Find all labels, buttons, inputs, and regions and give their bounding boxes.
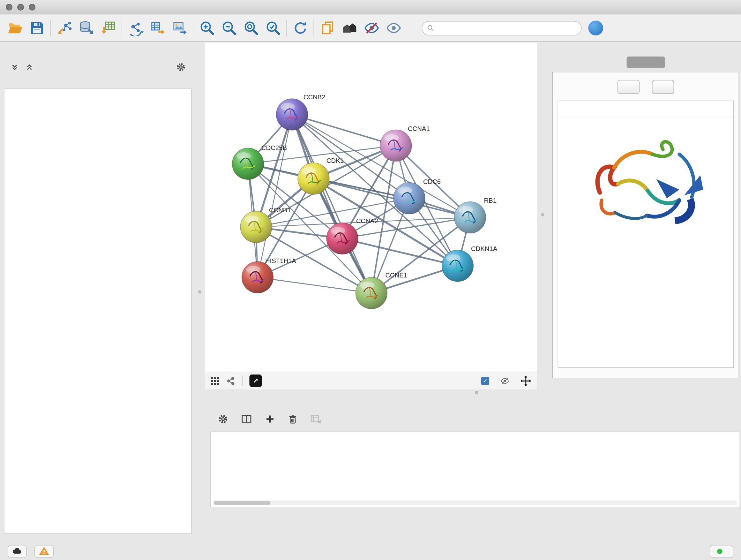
edge-CCNB2-CCNA1[interactable] [292, 115, 396, 146]
network-overview-icon[interactable] [226, 376, 236, 385]
zoom-in-icon [199, 20, 215, 36]
node-CCNB1[interactable]: CCNB1 [240, 206, 291, 243]
table-delete-icon [310, 413, 322, 425]
export-network-button[interactable] [146, 17, 169, 39]
grid-view-icon[interactable] [211, 376, 220, 385]
hide-selected-button[interactable] [360, 17, 383, 39]
export-image-icon [172, 20, 188, 36]
memory-status-dot [717, 549, 723, 554]
selected-checkbox-icon[interactable]: ✓ [481, 377, 489, 385]
node-label-CCNE1: CCNE1 [386, 272, 408, 279]
show-columns-button[interactable] [241, 414, 253, 425]
splitter-handle[interactable] [198, 290, 202, 294]
detach-view-button[interactable] [250, 374, 262, 387]
node-CCNB2[interactable]: CCNB2 [276, 94, 326, 131]
zoom-fit-button[interactable] [240, 17, 262, 39]
edge-CCNB2-CCNE1[interactable] [292, 115, 372, 294]
gene-card-header[interactable] [558, 101, 733, 118]
zoom-in-button[interactable] [196, 17, 218, 39]
node-RB1[interactable]: RB1 [455, 197, 496, 233]
save-session-button[interactable] [26, 17, 48, 39]
eye-slash-icon [363, 20, 380, 36]
expand-all-button[interactable] [617, 80, 639, 94]
import-network-file-button[interactable] [53, 17, 75, 39]
save-icon [29, 20, 45, 36]
apply-layout-button[interactable] [289, 17, 311, 39]
gear-icon [218, 414, 228, 424]
application-window: CCNB2CCNA1CDC25BCDK1CDC6RB1CCNB1CCNA2CDK… [0, 0, 741, 560]
network-view: CCNB2CCNA1CDC25BCDK1CDC6RB1CCNB1CCNA2CDK… [205, 43, 537, 389]
zoom-out-button[interactable] [218, 17, 240, 39]
footer-separator [242, 375, 243, 386]
toolbar-separator [286, 20, 287, 36]
show-all-button[interactable] [383, 17, 405, 39]
expand-all-icon[interactable] [25, 63, 34, 71]
import-network-icon [56, 20, 72, 36]
network-view-toolbar: ✓ [205, 372, 537, 389]
warnings-button[interactable] [35, 545, 54, 558]
node-label-CDKN1A: CDKN1A [471, 245, 497, 252]
search-input[interactable] [437, 24, 577, 32]
import-database-icon [78, 20, 94, 36]
export-network-icon [150, 20, 165, 36]
node-label-CCNB1: CCNB1 [269, 206, 291, 213]
documents-icon [320, 20, 335, 36]
zoom-window-button[interactable] [29, 3, 36, 10]
toolbar-separator [314, 20, 314, 36]
import-table-icon [100, 20, 116, 36]
import-table-button[interactable] [97, 17, 119, 39]
gene-card [558, 101, 734, 368]
import-network-database-button[interactable] [75, 17, 97, 39]
copy-document-button[interactable] [317, 17, 339, 39]
clone-network-button[interactable] [125, 17, 146, 39]
delete-table-button[interactable] [310, 413, 322, 425]
zoom-fit-icon [243, 20, 259, 36]
edge-HIST1H1A-CCNE1[interactable] [258, 277, 372, 294]
node-CDC25B[interactable]: CDC25B [232, 144, 287, 180]
status-bar [0, 543, 741, 560]
network-tree [4, 89, 192, 534]
home-view-button[interactable] [339, 17, 360, 39]
network-options-button[interactable] [176, 62, 186, 72]
minimize-window-button[interactable] [17, 3, 24, 10]
table-toolbar [218, 411, 741, 428]
pan-crosshair-icon[interactable] [521, 375, 532, 386]
node-CCNA1[interactable]: CCNA1 [380, 125, 430, 162]
titlebar [0, 0, 741, 14]
zoom-selected-button[interactable] [262, 17, 284, 39]
export-image-button[interactable] [169, 17, 191, 39]
node-CDK1[interactable]: CDK1 [298, 157, 344, 194]
node-label-CDC25B: CDC25B [261, 144, 287, 151]
horizontal-scrollbar[interactable] [213, 501, 738, 505]
hidden-eye-icon[interactable] [500, 376, 510, 385]
toolbar-separator [122, 20, 122, 36]
zoom-out-icon [221, 20, 237, 36]
string-results-box [552, 72, 739, 378]
collapse-all-button[interactable] [652, 80, 674, 94]
cloud-status-button[interactable] [8, 545, 27, 558]
zoom-selected-icon [265, 20, 281, 36]
create-column-button[interactable] [265, 414, 275, 424]
splitter-handle[interactable] [541, 213, 544, 217]
warning-icon [39, 546, 50, 557]
network-canvas[interactable]: CCNB2CCNA1CDC25BCDK1CDC6RB1CCNB1CCNA2CDK… [205, 43, 537, 372]
open-session-button[interactable] [4, 17, 26, 39]
collapse-all-icon[interactable] [10, 63, 19, 71]
table-settings-button[interactable] [218, 414, 228, 424]
help-button[interactable] [589, 21, 603, 36]
delete-column-button[interactable] [288, 414, 298, 424]
node-HIST1H1A[interactable]: HIST1H1A [242, 257, 296, 294]
memory-button[interactable] [710, 545, 734, 558]
splitter-handle[interactable] [475, 391, 478, 394]
node-label-CDK1: CDK1 [327, 157, 344, 164]
close-window-button[interactable] [6, 3, 12, 10]
refresh-icon [292, 20, 308, 36]
node-label-RB1: RB1 [484, 197, 496, 204]
toolbar-separator [51, 20, 51, 36]
gear-icon [176, 62, 186, 72]
results-panel [551, 43, 740, 384]
scrollbar-thumb[interactable] [214, 501, 271, 505]
network-selection-row [4, 61, 192, 73]
tab-string[interactable] [627, 57, 665, 68]
edge-CCNB2-HIST1H1A[interactable] [258, 115, 292, 277]
